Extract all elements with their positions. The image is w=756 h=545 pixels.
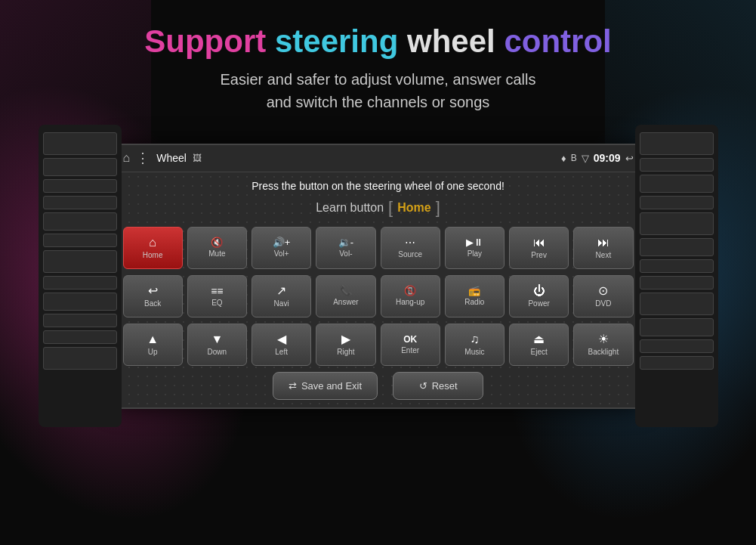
device-area: ⌂ ⋮ Wheel 🖼 ♦ B ▽ 09:09 ↩ Press the butt… — [0, 125, 756, 427]
button-dvd[interactable]: ⊙ DVD — [573, 275, 633, 317]
power-icon: ⏻ — [533, 285, 545, 297]
button-enter[interactable]: OK Enter — [381, 324, 440, 366]
vol-plus-icon: 🔊+ — [273, 237, 291, 247]
button-navi[interactable]: ↗ Navi — [251, 275, 311, 317]
left-arrow-icon: ◀ — [277, 333, 286, 345]
learn-current-value: Home — [397, 201, 430, 215]
backlight-icon: ☀ — [598, 333, 609, 345]
button-vol-plus[interactable]: 🔊+ Vol+ — [251, 227, 311, 269]
button-backlight[interactable]: ☀ Backlight — [573, 324, 633, 366]
dvd-icon: ⊙ — [598, 285, 608, 297]
music-icon: ♫ — [470, 333, 479, 345]
left-keyboard-decoration — [39, 125, 122, 427]
button-radio-label: Radio — [464, 298, 484, 306]
button-vol-minus[interactable]: 🔉- Vol- — [316, 227, 375, 269]
kbd-key — [43, 234, 117, 247]
app-title: Wheel — [156, 152, 187, 164]
kbd-key — [43, 293, 117, 311]
kbd-key — [640, 238, 714, 256]
button-down[interactable]: ▼ Down — [187, 324, 247, 366]
button-vol-plus-label: Vol+ — [274, 249, 289, 258]
button-next[interactable]: ⏭ Next — [573, 227, 633, 269]
button-backlight-label: Backlight — [588, 348, 619, 356]
title-word-wheel: wheel — [407, 23, 495, 59]
button-home[interactable]: ⌂ Home — [123, 227, 183, 269]
subtitle-line1: Easier and safer to adjust volume, answe… — [0, 68, 756, 91]
button-back[interactable]: ↩ Back — [123, 275, 183, 317]
kbd-key — [640, 196, 714, 209]
title-word-support: Support — [144, 23, 266, 59]
subtitle-line2: and switch the channels or songs — [0, 91, 756, 113]
kbd-key — [640, 259, 714, 273]
kbd-key — [43, 330, 117, 344]
kbd-key — [640, 293, 714, 315]
button-up-label: Up — [148, 348, 158, 356]
button-power[interactable]: ⏻ Power — [509, 275, 569, 317]
subtitle: Easier and safer to adjust volume, answe… — [0, 68, 756, 113]
eject-icon: ⏏ — [533, 333, 545, 345]
button-left[interactable]: ◀ Left — [251, 324, 311, 366]
button-music-label: Music — [464, 348, 484, 356]
title-word-control: control — [504, 23, 611, 59]
back-nav-icon[interactable]: ↩ — [625, 153, 634, 164]
radio-icon: 📻 — [468, 286, 480, 296]
instruction-text: Press the button on the steering wheel o… — [123, 180, 634, 192]
button-answer[interactable]: 📞 Answer — [316, 275, 375, 317]
mute-icon: 🔇 — [211, 237, 223, 247]
button-eject-label: Eject — [531, 348, 548, 356]
status-bar-left: ⌂ ⋮ Wheel 🖼 — [123, 150, 202, 166]
button-hangup[interactable]: 📵 Hang-up — [381, 275, 440, 317]
kbd-key — [43, 179, 117, 193]
button-source[interactable]: ⋯ Source — [381, 227, 440, 269]
eq-icon: ≡≡ — [211, 286, 223, 296]
source-icon: ⋯ — [405, 237, 415, 248]
status-bar: ⌂ ⋮ Wheel 🖼 ♦ B ▽ 09:09 ↩ — [116, 145, 641, 172]
button-mute[interactable]: 🔇 Mute — [187, 227, 247, 269]
navi-icon: ↗ — [276, 285, 286, 297]
button-eq[interactable]: ≡≡ EQ — [187, 275, 247, 317]
button-answer-label: Answer — [333, 298, 358, 306]
prev-icon: ⏮ — [533, 237, 545, 249]
kbd-key — [43, 250, 117, 273]
kbd-key — [640, 158, 714, 172]
home-nav-icon[interactable]: ⌂ — [123, 151, 131, 165]
kbd-key — [640, 276, 714, 290]
kbd-key — [43, 212, 117, 231]
ok-icon: OK — [403, 335, 417, 344]
kbd-key — [43, 132, 117, 155]
kbd-key — [640, 318, 714, 336]
button-up[interactable]: ▲ Up — [123, 324, 183, 366]
kbd-key — [43, 347, 117, 370]
button-grid-row1: ⌂ Home 🔇 Mute 🔊+ Vol+ 🔉- Vol- ⋯ — [123, 227, 634, 269]
kbd-key — [640, 212, 714, 235]
button-enter-label: Enter — [401, 346, 419, 355]
up-arrow-icon: ▲ — [147, 333, 159, 345]
kbd-key — [640, 339, 714, 353]
kbd-key — [43, 158, 117, 176]
learn-button-label: Learn button — [316, 201, 384, 215]
button-grid-row3: ▲ Up ▼ Down ◀ Left ▶ Right OK Ente — [123, 324, 634, 366]
kbd-key — [43, 196, 117, 209]
button-power-label: Power — [528, 299, 549, 308]
reset-icon: ↺ — [419, 380, 427, 392]
save-exit-label: Save and Exit — [301, 380, 362, 392]
status-bar-right: ♦ B ▽ 09:09 ↩ — [561, 152, 633, 164]
button-play-label: Play — [467, 249, 482, 258]
button-prev[interactable]: ⏮ Prev — [509, 227, 569, 269]
button-radio[interactable]: 📻 Radio — [445, 275, 505, 317]
save-exit-button[interactable]: ⇄ Save and Exit — [273, 372, 378, 400]
button-right-label: Right — [337, 348, 354, 356]
answer-icon: 📞 — [340, 286, 352, 296]
learn-button-row: Learn button [ Home ] — [123, 198, 634, 218]
menu-dots-icon[interactable]: ⋮ — [136, 150, 150, 166]
button-music[interactable]: ♫ Music — [445, 324, 505, 366]
button-play[interactable]: ▶⏸ Play — [445, 227, 505, 269]
right-keyboard-decoration — [635, 125, 718, 427]
play-icon: ▶⏸ — [466, 237, 483, 247]
location-icon: ♦ — [561, 153, 566, 164]
button-eject[interactable]: ⏏ Eject — [509, 324, 569, 366]
button-hangup-label: Hang-up — [396, 298, 424, 306]
kbd-key — [640, 175, 714, 193]
button-right[interactable]: ▶ Right — [316, 324, 375, 366]
reset-button[interactable]: ↺ Reset — [393, 372, 483, 400]
